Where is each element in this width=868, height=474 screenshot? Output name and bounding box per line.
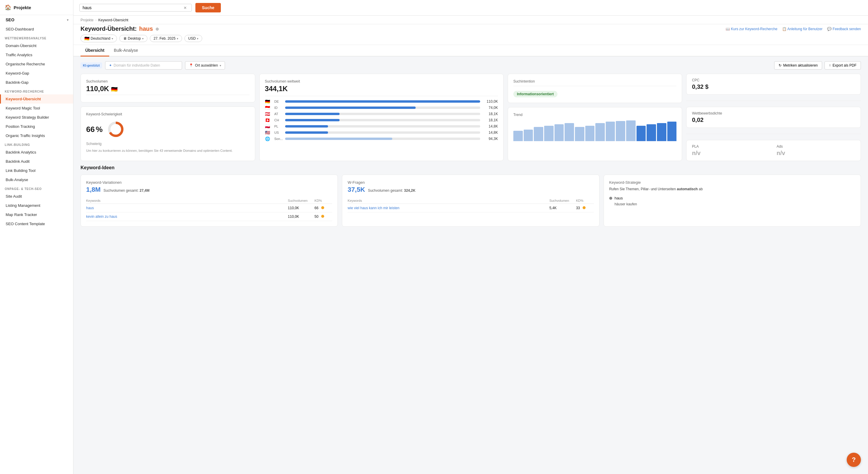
table-row: wie viel haus kann ich mir leisten 5,4K … bbox=[347, 204, 594, 213]
sidebar-seo-section[interactable]: SEO ▾ bbox=[0, 15, 73, 25]
sv-row-son: 🌐 Son... 94,3K bbox=[265, 136, 498, 141]
breadcrumb-separator: › bbox=[95, 18, 96, 22]
sidebar-section-link-building: LINK-BUILDING bbox=[0, 140, 73, 148]
sidebar-item-map-rank-tracker[interactable]: Map Rank Tracker bbox=[0, 210, 73, 219]
w-fragen-table-header: Keywords Suchvolumen KD% bbox=[347, 196, 594, 204]
chevron-down-icon: ▾ bbox=[142, 37, 144, 40]
sidebar-item-domain-uebersicht[interactable]: Domain-Übersicht bbox=[0, 41, 73, 50]
kd-label: Keyword-Schwierigkeit bbox=[86, 112, 250, 116]
sidebar-item-backlink-analytics[interactable]: Backlink Analytics bbox=[0, 148, 73, 157]
sidebar-item-organische-recherche[interactable]: Organische Recherche bbox=[0, 60, 73, 69]
keyword-link[interactable]: kevin allein zu haus bbox=[86, 215, 288, 219]
tabs-bar: Übersicht Bulk-Analyse bbox=[73, 45, 868, 57]
clear-icon[interactable]: ✕ bbox=[184, 6, 187, 10]
sv-row-us: 🇺🇸 US 14,8K bbox=[265, 130, 498, 135]
sidebar-item-backlink-gap[interactable]: Backlink-Gap bbox=[0, 78, 73, 87]
kd-level: Schwierig bbox=[86, 142, 250, 146]
sidebar-item-seo-dashboard[interactable]: SEO-Dashboard bbox=[0, 25, 73, 34]
export-pdf-button[interactable]: ↑ Export als PDF bbox=[825, 61, 861, 69]
variationen-table-header: Keywords Suchvolumen KD% bbox=[86, 196, 332, 204]
keyword-ideen-section: Keyword-Ideen Keyword-Variationen 1,8M S… bbox=[81, 165, 861, 227]
anleitung-link[interactable]: 📋 Anleitung für Benutzer bbox=[782, 27, 823, 31]
ki-badge: KI-gestützt bbox=[81, 62, 102, 68]
suchvolumen-label: Suchvolumen bbox=[86, 79, 250, 84]
trend-bar bbox=[595, 123, 605, 141]
sidebar-item-listing-management[interactable]: Listing Management bbox=[0, 201, 73, 210]
sidebar-projekte[interactable]: 🏠 Projekte bbox=[0, 0, 73, 15]
page-title-keyword: haus bbox=[139, 26, 153, 32]
variationen-title: Keyword-Variationen bbox=[86, 180, 332, 185]
sidebar-item-backlink-audit[interactable]: Backlink Audit bbox=[0, 157, 73, 166]
kd-dot bbox=[321, 215, 324, 218]
country-label: Deutschland bbox=[91, 36, 111, 40]
filter-country[interactable]: 🇩🇪 Deutschland ▾ bbox=[81, 35, 117, 42]
pla-item: PLA n/v bbox=[692, 145, 771, 157]
flag-de: 🇩🇪 bbox=[265, 99, 272, 104]
domain-input[interactable]: ✦ Domain für individuelle Daten bbox=[105, 61, 182, 69]
refresh-icon: ↻ bbox=[779, 63, 781, 67]
sv-row-de: 🇩🇪 DE 110,0K bbox=[265, 99, 498, 104]
sv-row-id: 🇮🇩 ID 74,0K bbox=[265, 105, 498, 110]
feedback-link[interactable]: 💬 Feedback senden bbox=[827, 27, 861, 31]
flag-pl: 🇵🇱 bbox=[265, 124, 272, 129]
kd-donut bbox=[107, 120, 125, 138]
sidebar-item-site-audit[interactable]: Site Audit bbox=[0, 192, 73, 201]
kd-dot bbox=[321, 206, 324, 209]
trend-bar bbox=[534, 127, 543, 141]
trend-card: Trend bbox=[508, 107, 682, 161]
search-button[interactable]: Suche bbox=[195, 3, 221, 12]
filter-device[interactable]: 🖥 Desktop ▾ bbox=[119, 35, 148, 42]
sidebar-item-keyword-strategy-builder[interactable]: Keyword Strategy Builder bbox=[0, 113, 73, 122]
sv-row-pl: 🇵🇱 PL 14,8K bbox=[265, 124, 498, 129]
keyword-strategie-card: Keyword-Strategie Rufen Sie Themen, Pill… bbox=[603, 175, 861, 227]
location-selector[interactable]: 📍 Ort auswählen ▾ bbox=[185, 61, 225, 69]
search-input[interactable] bbox=[83, 5, 184, 10]
update-metrics-button[interactable]: ↻ Metriken aktualisieren bbox=[774, 61, 823, 69]
filter-date[interactable]: 27. Feb. 2025 ▾ bbox=[150, 35, 182, 42]
plus-icon: ✦ bbox=[109, 63, 112, 67]
sidebar-item-traffic-analytics[interactable]: Traffic Analytics bbox=[0, 50, 73, 60]
main-area: ✕ Suche Projekte › Keyword-Übersicht Key… bbox=[73, 0, 868, 474]
location-label: Ort auswählen bbox=[195, 63, 218, 67]
cpc-label: CPC bbox=[692, 78, 855, 82]
sidebar-item-keyword-gap[interactable]: Keyword-Gap bbox=[0, 69, 73, 78]
wettbewerbsdichte-label: Wettbewerbsdichte bbox=[692, 111, 855, 116]
sidebar-item-keyword-uebersicht[interactable]: Keyword-Übersicht bbox=[0, 94, 73, 103]
ads-label: Ads bbox=[777, 145, 855, 149]
sidebar-seo-label: SEO bbox=[6, 18, 14, 22]
location-icon: 📍 bbox=[189, 63, 193, 67]
sidebar-item-position-tracking[interactable]: Position Tracking bbox=[0, 122, 73, 131]
sv-row-ch: 🇨🇭 CH 18,1K bbox=[265, 118, 498, 123]
country-flag: 🇩🇪 bbox=[84, 36, 89, 41]
breadcrumb-bar: Projekte › Keyword-Übersicht bbox=[73, 16, 868, 24]
trend-bar bbox=[647, 124, 656, 141]
help-button[interactable]: ? bbox=[847, 453, 861, 467]
breadcrumb-home[interactable]: Projekte bbox=[81, 18, 94, 22]
wettbewerbsdichte-card: Wettbewerbsdichte 0,02 bbox=[686, 107, 861, 128]
filter-currency[interactable]: USD ▾ bbox=[184, 35, 202, 42]
sidebar-item-seo-content-template[interactable]: SEO Content Template bbox=[0, 219, 73, 228]
trend-bar bbox=[616, 121, 625, 141]
trend-bar bbox=[606, 122, 615, 141]
pla-value: n/v bbox=[692, 150, 771, 157]
cpc-value: 0,32 $ bbox=[692, 84, 855, 90]
table-row: kevin allein zu haus 110,0K 50 bbox=[86, 213, 332, 221]
filter-bar: 🇩🇪 Deutschland ▾ 🖥 Desktop ▾ 27. Feb. 20… bbox=[73, 32, 868, 45]
wettbewerbsdichte-value: 0,02 bbox=[692, 117, 855, 123]
tab-uebersicht[interactable]: Übersicht bbox=[81, 45, 109, 57]
pla-label: PLA bbox=[692, 145, 771, 149]
keyword-link[interactable]: wie viel haus kann ich mir leisten bbox=[347, 206, 549, 210]
sidebar-item-organic-traffic-insights[interactable]: Organic Traffic Insights bbox=[0, 131, 73, 140]
chevron-down-icon: ▾ bbox=[112, 37, 113, 40]
kurs-link[interactable]: 📖 Kurs zur Keyword-Recherche bbox=[725, 27, 777, 31]
sidebar-item-bulk-analyse[interactable]: Bulk-Analyse bbox=[0, 175, 73, 184]
info-icon[interactable]: ⊕ bbox=[155, 27, 159, 31]
sidebar-item-keyword-magic-tool[interactable]: Keyword Magic Tool bbox=[0, 103, 73, 113]
flag-ch: 🇨🇭 bbox=[265, 118, 272, 123]
date-label: 27. Feb. 2025 bbox=[154, 36, 176, 40]
home-icon: 🏠 bbox=[5, 4, 11, 11]
sidebar-item-link-building-tool[interactable]: Link Building Tool bbox=[0, 166, 73, 175]
trend-bar bbox=[667, 122, 677, 141]
tab-bulk-analyse[interactable]: Bulk-Analyse bbox=[109, 45, 143, 57]
keyword-link[interactable]: haus bbox=[86, 206, 288, 210]
